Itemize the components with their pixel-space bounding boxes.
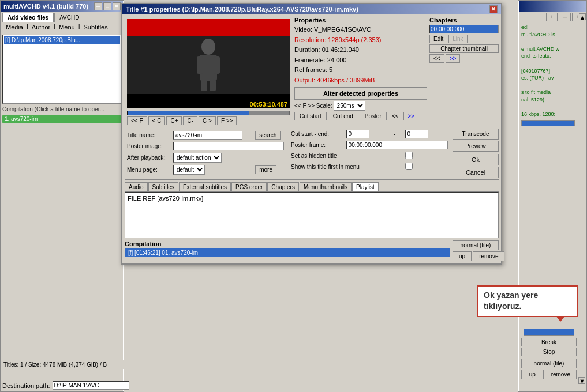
nav-c-fwd[interactable]: C >	[199, 116, 216, 125]
video-timestamp: 00:53:10.487	[127, 100, 290, 108]
file-list: [f] D:\Ip.Man.2008.720p.Blu...	[2, 35, 122, 104]
svg-rect-4	[201, 80, 207, 91]
person-silhouette	[188, 36, 229, 94]
tab-author[interactable]: Author	[28, 22, 54, 32]
cancel-btn[interactable]: Cancel	[453, 167, 499, 178]
tab-add-video-files[interactable]: Add video files	[2, 13, 54, 22]
video-progress-fill	[128, 111, 249, 115]
normal-file-btn[interactable]: normal (file)	[521, 359, 577, 368]
tab-avchd[interactable]: AVCHD	[54, 13, 84, 22]
alter-detected-btn[interactable]: Alter detected properties	[294, 87, 427, 100]
app-title: multiAVCHD v4.1 (build 770)	[3, 3, 88, 10]
tooltip-text: Ok yazan yere tıklıyoruz.	[484, 290, 571, 312]
right-bottom-section: Break Stop	[521, 327, 577, 356]
after-playback-select[interactable]: default action loop stop	[173, 153, 222, 163]
title-name-input[interactable]	[173, 131, 242, 140]
tab-media[interactable]: Media	[2, 22, 27, 32]
tab-menu[interactable]: Menu	[55, 22, 78, 32]
remove-btn[interactable]: remove	[545, 370, 577, 379]
up-bottom-btn[interactable]: up	[453, 251, 472, 261]
maximize-btn[interactable]: □	[103, 2, 111, 10]
dialog-close-btn[interactable]: ✕	[489, 5, 498, 13]
nav-c-plus[interactable]: C+	[166, 116, 182, 125]
scale-label: << F >> Scale:	[294, 103, 332, 109]
properties-title: Properties	[294, 17, 427, 24]
preview-btn[interactable]: Preview	[453, 141, 499, 152]
normal-file-bottom-btn[interactable]: normal (file)	[453, 240, 499, 250]
poster-image-input[interactable]	[173, 142, 284, 150]
svg-point-0	[201, 39, 215, 55]
cut-end-input[interactable]	[405, 130, 428, 138]
remove-bottom-btn[interactable]: remove	[473, 251, 504, 261]
tab-chapters[interactable]: Chapters	[267, 182, 299, 191]
right-btn-1[interactable]: +	[546, 13, 558, 21]
tooltip-arrow	[556, 316, 565, 322]
tab-pgs-order[interactable]: PGS order	[231, 182, 267, 191]
dialog-title: Title #1 properties (D:\Ip.Man.2008.720p…	[126, 6, 358, 13]
tab-external-subtitles[interactable]: External subtitles	[179, 182, 231, 191]
search-btn[interactable]: search	[255, 131, 281, 140]
app-window: multiAVCHD v4.1 (build 770) ─ □ ✕ Add vi…	[0, 0, 124, 392]
scrollbar-up[interactable]: ▲	[579, 13, 586, 20]
properties-values: Video: V_MPEG4/ISO/AVC Resolution: 1280x…	[294, 25, 427, 86]
tab-subtitles[interactable]: Subtitles	[148, 182, 178, 191]
cut-start-btn[interactable]: Cut start	[294, 112, 327, 120]
dest-input[interactable]	[53, 381, 129, 390]
more-btn[interactable]: more	[255, 165, 276, 174]
poster-btn[interactable]: Poster	[360, 112, 387, 120]
tooltip-box: Ok yazan yere tıklıyoruz.	[477, 285, 578, 317]
ok-cancel-container: Ok Cancel	[453, 154, 499, 178]
right-file-ops: normal (file) up remove	[521, 359, 577, 379]
menu-page-select[interactable]: default	[173, 165, 205, 175]
nav-ff-back[interactable]: << F	[127, 116, 147, 125]
transcode-btn[interactable]: Transcode	[453, 129, 499, 140]
right-progress-2	[524, 329, 574, 336]
nav-c-minus[interactable]: C-	[183, 116, 197, 125]
chapters-buttons: Edit Link	[429, 35, 499, 43]
video-section: 00:53:10.487 << F < C C+ C- C > F >>	[125, 17, 292, 126]
minimize-btn[interactable]: ─	[94, 2, 102, 10]
nav-ff-fwd[interactable]: F >>	[217, 116, 237, 125]
tab-playlist[interactable]: Playlist	[352, 182, 379, 191]
right-progress-bar	[521, 120, 575, 126]
prop-output: Output: 4046kbps / 3899MiB	[294, 76, 427, 86]
svg-rect-5	[210, 80, 216, 91]
chapters-nav: << >>	[429, 54, 499, 63]
scrollbar-down[interactable]: ▼	[578, 377, 585, 384]
show-first-checkbox[interactable]	[405, 163, 413, 170]
stop-btn[interactable]: Stop	[521, 348, 577, 356]
chapters-edit-btn[interactable]: Edit	[429, 35, 447, 43]
chapters-value[interactable]	[429, 25, 499, 33]
set-hidden-checkbox[interactable]	[405, 152, 413, 159]
video-progress[interactable]	[127, 111, 290, 115]
compilation-item[interactable]: 1. avs720-im	[2, 115, 122, 123]
poster-nav-next[interactable]: >>	[403, 112, 418, 120]
right-btn-2[interactable]: ─	[559, 13, 571, 21]
up-remove-row: up remove	[453, 251, 499, 261]
tab-subtitles[interactable]: Subtitles	[80, 22, 111, 32]
chapter-thumbnail-btn[interactable]: Chapter thumbnail	[429, 44, 499, 53]
chapters-link-btn[interactable]: Link	[448, 35, 467, 43]
cut-end-btn[interactable]: Cut end	[328, 112, 358, 120]
nav-c-back[interactable]: < C	[148, 116, 166, 125]
chapters-title: Chapters	[429, 17, 499, 24]
poster-frame-input[interactable]	[346, 141, 448, 149]
cut-start-input[interactable]	[346, 130, 369, 138]
poster-nav-prev[interactable]: <<	[388, 112, 403, 120]
chapters-prev[interactable]: <<	[429, 54, 444, 63]
chapters-next[interactable]: >>	[446, 54, 461, 63]
scale-select[interactable]: 250ms 500ms 1s 5s	[334, 101, 365, 111]
file-ops-bottom: normal (file) up remove	[453, 240, 499, 261]
close-btn[interactable]: ✕	[113, 2, 121, 10]
dest-label: Destination path:	[2, 382, 50, 389]
break-btn[interactable]: Break	[521, 338, 577, 346]
tab-menu-thumbnails[interactable]: Menu thumbnails	[300, 182, 352, 191]
ok-btn[interactable]: Ok	[453, 154, 499, 165]
compilation-bottom-item[interactable]: [f] [01:46:21] 01. avs720-im	[125, 248, 450, 257]
tab-audio[interactable]: Audio	[125, 182, 148, 191]
video-red-bar	[127, 19, 290, 36]
file-item[interactable]: [f] D:\Ip.Man.2008.720p.Blu...	[4, 36, 120, 44]
up-btn[interactable]: up	[521, 370, 544, 379]
right-toolbar-buttons: + ─ +	[519, 12, 586, 22]
compilation-label: Compilation (Click a title name to oper.…	[2, 106, 122, 112]
